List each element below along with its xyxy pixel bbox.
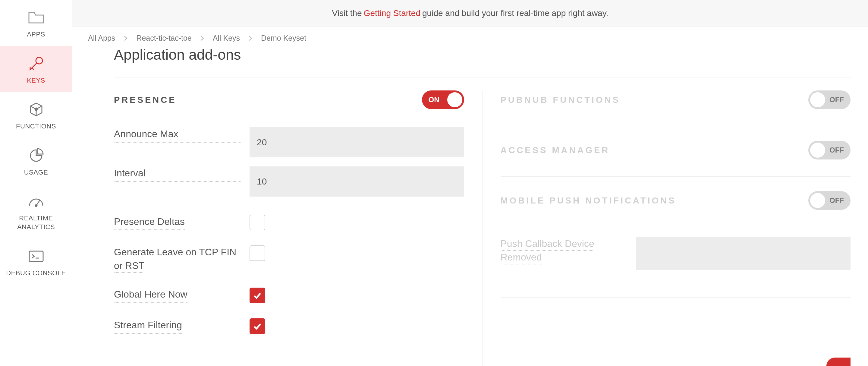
toggle-label: ON xyxy=(422,96,446,104)
page-title: Application add-ons xyxy=(114,47,241,63)
stream-filtering-row: Stream Filtering xyxy=(114,318,464,334)
divider xyxy=(501,297,851,298)
interval-row: Interval xyxy=(114,166,464,196)
sidebar-item-apps[interactable]: APPS xyxy=(0,0,72,46)
push-callback-row: Push Callback Device Removed xyxy=(501,237,851,270)
sidebar-item-label: KEYS xyxy=(24,76,48,85)
terminal-icon xyxy=(28,248,44,265)
sidebar-item-label: DEBUG CONSOLE xyxy=(3,269,69,278)
announce-max-label: Announce Max xyxy=(114,127,241,143)
folder-icon xyxy=(28,9,44,26)
global-here-now-checkbox[interactable] xyxy=(250,287,265,303)
tcp-fin-row: Generate Leave on TCP FIN or RST xyxy=(114,245,464,273)
banner: Visit the Getting Started guide and buil… xyxy=(72,0,868,27)
toggle-label: OFF xyxy=(823,146,850,154)
push-callback-input[interactable] xyxy=(636,237,851,270)
interval-label: Interval xyxy=(114,166,241,182)
chevron-right-icon xyxy=(200,35,204,41)
global-here-now-label: Global Here Now xyxy=(114,287,187,303)
toggle-knob xyxy=(810,92,825,107)
chevron-right-icon xyxy=(248,35,253,41)
svg-point-2 xyxy=(35,205,37,207)
access-manager-header: ACCESS MANAGER OFF xyxy=(501,141,851,159)
functions-toggle[interactable]: OFF xyxy=(808,90,850,109)
functions-title: PUBNUB FUNCTIONS xyxy=(501,95,620,105)
chevron-right-icon xyxy=(124,35,128,41)
mobile-push-toggle[interactable]: OFF xyxy=(808,191,850,210)
key-icon xyxy=(28,55,44,72)
partial-toggle[interactable] xyxy=(827,358,850,366)
sidebar-item-debug-console[interactable]: DEBUG CONSOLE xyxy=(0,239,72,285)
svg-point-1 xyxy=(35,108,37,110)
breadcrumb: All Apps React-tic-tac-toe All Keys Demo… xyxy=(88,34,306,42)
gauge-icon xyxy=(28,193,44,210)
getting-started-link[interactable]: Getting Started xyxy=(364,8,421,18)
divider xyxy=(114,77,850,78)
toggle-knob xyxy=(447,92,462,107)
sidebar-item-label: REALTIME ANALYTICS xyxy=(0,214,72,231)
crumb-all-keys[interactable]: All Keys xyxy=(213,34,240,42)
presence-deltas-label: Presence Deltas xyxy=(114,215,185,230)
push-callback-label: Push Callback Device Removed xyxy=(501,238,594,265)
toggle-knob xyxy=(810,193,825,208)
sidebar: APPS KEYS FUNCTIONS USAGE REALTIME ANALY… xyxy=(0,0,72,366)
access-manager-title: ACCESS MANAGER xyxy=(501,145,610,155)
toggle-label: OFF xyxy=(823,196,850,205)
tcp-fin-checkbox[interactable] xyxy=(250,245,265,261)
mobile-push-title: MOBILE PUSH NOTIFICATIONS xyxy=(501,196,676,206)
divider xyxy=(501,176,851,177)
cube-icon xyxy=(28,101,44,118)
presence-column: PRESENCE ON Announce Max Interval Presen… xyxy=(114,90,483,366)
svg-rect-3 xyxy=(29,251,43,262)
global-here-now-row: Global Here Now xyxy=(114,287,464,303)
toggle-knob xyxy=(810,143,825,158)
presence-title: PRESENCE xyxy=(114,95,177,105)
sidebar-item-realtime-analytics[interactable]: REALTIME ANALYTICS xyxy=(0,184,72,239)
interval-input[interactable] xyxy=(250,166,464,196)
sidebar-item-functions[interactable]: FUNCTIONS xyxy=(0,92,72,138)
tcp-fin-label: Generate Leave on TCP FIN or RST xyxy=(114,247,236,273)
sidebar-item-label: USAGE xyxy=(21,168,51,177)
announce-max-row: Announce Max xyxy=(114,127,464,157)
pie-chart-icon xyxy=(28,147,44,164)
stream-filtering-label: Stream Filtering xyxy=(114,318,182,334)
crumb-all-apps[interactable]: All Apps xyxy=(88,34,115,42)
toggle-label: OFF xyxy=(823,96,850,104)
announce-max-input[interactable] xyxy=(250,127,464,157)
sidebar-item-usage[interactable]: USAGE xyxy=(0,138,72,184)
crumb-keyset: Demo Keyset xyxy=(261,34,306,42)
addons-columns: PRESENCE ON Announce Max Interval Presen… xyxy=(114,90,850,366)
presence-toggle[interactable]: ON xyxy=(422,90,464,109)
banner-text-pre: Visit the xyxy=(332,8,362,18)
sidebar-item-label: FUNCTIONS xyxy=(13,122,59,131)
banner-text-post: guide and build your first real-time app… xyxy=(422,8,608,18)
mobile-push-header: MOBILE PUSH NOTIFICATIONS OFF xyxy=(501,191,851,210)
presence-deltas-checkbox[interactable] xyxy=(250,215,265,230)
access-manager-toggle[interactable]: OFF xyxy=(808,141,850,159)
stream-filtering-checkbox[interactable] xyxy=(250,318,265,334)
crumb-app-name[interactable]: React-tic-tac-toe xyxy=(136,34,191,42)
divider xyxy=(501,126,851,126)
right-column: PUBNUB FUNCTIONS OFF ACCESS MANAGER OFF … xyxy=(483,90,851,366)
sidebar-item-label: APPS xyxy=(24,30,48,39)
functions-header: PUBNUB FUNCTIONS OFF xyxy=(501,90,851,109)
sidebar-item-keys[interactable]: KEYS xyxy=(0,46,72,92)
svg-point-0 xyxy=(36,57,42,64)
presence-header: PRESENCE ON xyxy=(114,90,464,109)
presence-deltas-row: Presence Deltas xyxy=(114,215,464,230)
